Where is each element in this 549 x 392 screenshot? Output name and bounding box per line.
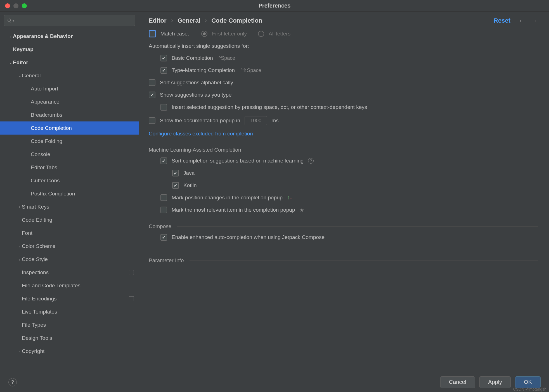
ml-section-heading: Machine Learning-Assisted Completion <box>149 147 241 153</box>
sidebar-item[interactable]: Auto Import <box>0 82 139 95</box>
mark-position-checkbox[interactable] <box>160 194 167 201</box>
chevron-right-icon: › <box>17 257 22 262</box>
sidebar-item-label: Keymap <box>13 46 34 52</box>
help-icon[interactable]: ? <box>308 158 314 164</box>
sidebar-item[interactable]: Gutter Icons <box>0 174 139 187</box>
sidebar-item[interactable]: Font <box>0 226 139 240</box>
sidebar-item[interactable]: ›Code Style <box>0 253 139 266</box>
scope-badge-icon <box>129 296 134 301</box>
sidebar-item[interactable]: Breadcrumbs <box>0 108 139 121</box>
type-matching-checkbox[interactable] <box>160 67 167 74</box>
all-letters-radio[interactable] <box>258 31 264 37</box>
sidebar-item-label: Inspections <box>22 269 49 276</box>
divider <box>177 226 538 227</box>
sidebar-item-label: Font <box>22 230 32 236</box>
divider <box>247 150 538 150</box>
sidebar-item[interactable]: Code Folding <box>0 135 139 148</box>
sidebar-item-label: File and Code Templates <box>22 283 81 289</box>
sidebar-item-label: Design Tools <box>22 335 52 341</box>
ml-kotlin-checkbox[interactable] <box>172 182 179 189</box>
match-case-checkbox[interactable] <box>149 30 156 37</box>
ml-sort-label: Sort completion suggestions based on mac… <box>172 158 304 164</box>
sidebar-item-label: Breadcrumbs <box>31 112 62 118</box>
param-section-heading: Parameter Info <box>149 257 184 264</box>
sidebar-item[interactable]: Editor Tabs <box>0 161 139 174</box>
sidebar-item-label: Appearance <box>31 99 59 105</box>
sidebar-item-label: Code Folding <box>31 138 62 144</box>
first-letter-radio[interactable] <box>201 31 207 37</box>
sidebar-item[interactable]: Design Tools <box>0 331 139 345</box>
crumb-general[interactable]: General <box>178 17 200 24</box>
sidebar-item[interactable]: ›Smart Keys <box>0 200 139 213</box>
insert-selected-checkbox[interactable] <box>160 104 167 111</box>
type-matching-label: Type-Matching Completion <box>172 67 235 73</box>
match-case-label: Match case: <box>160 31 189 37</box>
sidebar-item-label: File Types <box>22 322 46 328</box>
crumb-code-completion: Code Completion <box>211 17 262 24</box>
window-maximize-button[interactable] <box>22 3 27 8</box>
window-minimize-button[interactable] <box>13 3 18 8</box>
sidebar-item-label: File Encodings <box>22 296 57 302</box>
sidebar-item[interactable]: Code Completion <box>0 121 139 135</box>
show-doc-label-b: ms <box>271 118 278 124</box>
sidebar-item[interactable]: Keymap <box>0 43 139 56</box>
cancel-button[interactable]: Cancel <box>440 376 475 388</box>
sidebar-item[interactable]: File Encodings <box>0 292 139 305</box>
compose-enable-label: Enable enhanced auto-completion when usi… <box>172 234 325 240</box>
sidebar-item-label: Auto Import <box>31 86 58 92</box>
ml-sort-checkbox[interactable] <box>160 157 167 164</box>
help-button[interactable]: ? <box>8 378 17 386</box>
sidebar-item-label: Appearance & Behavior <box>13 33 73 39</box>
mark-relevant-checkbox[interactable] <box>160 207 167 213</box>
scope-badge-icon <box>129 270 134 275</box>
sidebar-item[interactable]: Postfix Completion <box>0 187 139 200</box>
settings-content: Match case: First letter only All letter… <box>139 27 549 372</box>
sidebar-item[interactable]: ⌄General <box>0 69 139 82</box>
ok-button[interactable]: OK <box>515 376 541 388</box>
first-letter-label: First letter only <box>212 31 247 37</box>
sidebar-item[interactable]: ⌄Editor <box>0 56 139 69</box>
sidebar-item-label: Editor <box>13 59 28 66</box>
watermark: CSDN @motangshi <box>513 387 547 391</box>
show-as-type-checkbox[interactable] <box>149 92 155 98</box>
sidebar-item[interactable]: Appearance <box>0 95 139 108</box>
sidebar-item[interactable]: Console <box>0 148 139 161</box>
sidebar-item-label: Code Completion <box>31 125 72 131</box>
window-title: Preferences <box>0 3 549 9</box>
chevron-right-icon: › <box>17 204 22 209</box>
search-input[interactable]: ▾ <box>4 15 135 26</box>
titlebar: Preferences <box>0 0 549 12</box>
star-icon: ★ <box>299 207 304 213</box>
sidebar-item[interactable]: Live Templates <box>0 305 139 318</box>
window-close-button[interactable] <box>5 3 10 8</box>
basic-completion-label: Basic Completion <box>172 55 213 61</box>
sidebar-item[interactable]: Code Editing <box>0 213 139 226</box>
basic-completion-checkbox[interactable] <box>160 55 167 61</box>
sidebar-item-label: Postfix Completion <box>31 191 75 197</box>
sort-alpha-label: Sort suggestions alphabetically <box>160 80 233 86</box>
doc-delay-input[interactable] <box>245 116 267 125</box>
crumb-editor[interactable]: Editor <box>149 17 167 24</box>
ml-kotlin-label: Kotlin <box>183 182 197 188</box>
all-letters-label: All letters <box>269 31 290 37</box>
chevron-right-icon: › <box>171 17 173 24</box>
sidebar-item[interactable]: ›Color Scheme <box>0 240 139 253</box>
sort-alpha-checkbox[interactable] <box>149 79 155 86</box>
sidebar-item[interactable]: ›Copyright <box>0 345 139 358</box>
apply-button[interactable]: Apply <box>479 376 511 388</box>
compose-enable-checkbox[interactable] <box>160 234 167 241</box>
sidebar-item[interactable]: File Types <box>0 318 139 331</box>
show-doc-checkbox[interactable] <box>149 117 155 124</box>
position-arrows-icon: ↑↓ <box>287 195 292 201</box>
reset-link[interactable]: Reset <box>494 17 510 24</box>
chevron-right-icon: › <box>17 244 22 248</box>
auto-insert-heading: Automatically insert single suggestions … <box>149 43 249 49</box>
ml-java-checkbox[interactable] <box>172 170 179 176</box>
chevron-right-icon: › <box>205 17 207 24</box>
sidebar-item[interactable]: ›Appearance & Behavior <box>0 30 139 43</box>
sidebar-item[interactable]: File and Code Templates <box>0 279 139 292</box>
nav-back-button[interactable]: ← <box>518 17 525 25</box>
configure-excluded-link[interactable]: Configure classes excluded from completi… <box>149 131 253 137</box>
sidebar-item[interactable]: Inspections <box>0 266 139 279</box>
chevron-down-icon: ⌄ <box>8 60 13 65</box>
